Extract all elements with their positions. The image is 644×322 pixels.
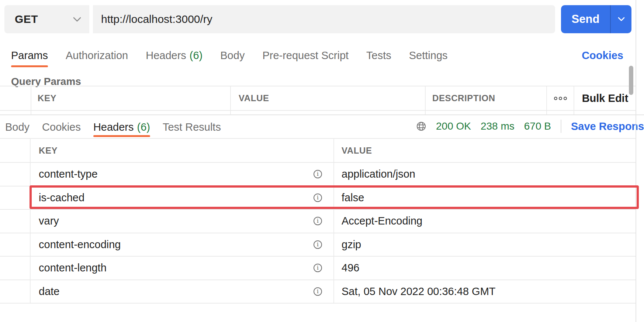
scrollbar-thumb[interactable] — [629, 66, 633, 95]
header-value: Accept-Encoding — [342, 215, 422, 227]
status-size: 670 B — [524, 120, 551, 132]
info-icon[interactable]: i — [314, 193, 322, 202]
headers-count-badge: (6) — [190, 49, 202, 62]
row-handle-cell — [0, 86, 31, 110]
response-status-bar: 200 OK 238 ms 670 B Save Response — [416, 117, 644, 135]
method-label: GET — [15, 13, 38, 25]
row-handle-cell — [0, 139, 31, 162]
response-tabs: Body Cookies Headers (6) Test Results — [5, 117, 221, 137]
active-tab-underline — [93, 135, 150, 137]
cookies-link[interactable]: Cookies — [582, 44, 623, 67]
header-row-date: date i Sat, 05 Nov 2022 00:36:48 GMT — [0, 280, 636, 304]
header-value: false — [342, 192, 364, 204]
header-value: gzip — [342, 239, 361, 251]
header-row-content-encoding: content-encoding i gzip — [0, 233, 636, 257]
response-tab-body[interactable]: Body — [5, 117, 30, 137]
tab-tests[interactable]: Tests — [366, 44, 391, 67]
response-tab-headers[interactable]: Headers (6) — [93, 117, 150, 137]
tab-authorization[interactable]: Authorization — [66, 44, 128, 67]
query-params-empty-row — [0, 111, 636, 114]
request-tabs: Params Authorization Headers (6) Body Pr… — [11, 44, 448, 67]
column-value: VALUE — [342, 145, 372, 156]
info-icon[interactable]: i — [314, 287, 322, 296]
header-value: 496 — [342, 262, 359, 274]
header-key: vary — [39, 215, 59, 227]
status-code: 200 OK — [436, 120, 471, 132]
column-key: KEY — [39, 145, 58, 156]
url-input[interactable] — [93, 5, 555, 33]
qp-column-value: VALUE — [239, 93, 269, 103]
tab-pre-request-script[interactable]: Pre-request Script — [262, 44, 349, 67]
header-row-content-length: content-length i 496 — [0, 257, 636, 280]
header-key: content-type — [39, 168, 98, 180]
header-value: Sat, 05 Nov 2022 00:36:48 GMT — [342, 285, 496, 298]
panel-right-border — [636, 0, 636, 322]
chevron-down-icon — [73, 17, 81, 22]
info-icon[interactable]: i — [314, 264, 322, 272]
api-client-window: GET Send Params Authorization Headers (6… — [0, 0, 644, 322]
tab-body[interactable]: Body — [220, 44, 245, 67]
header-key: content-encoding — [39, 239, 121, 251]
header-key: content-length — [39, 262, 107, 274]
header-key: date — [39, 285, 59, 298]
status-divider — [561, 120, 561, 133]
send-button-label: Send — [561, 5, 610, 33]
active-tab-underline — [11, 65, 48, 67]
query-params-header-row: KEY VALUE DESCRIPTION Bulk Edit — [0, 86, 636, 111]
response-table-header-row: KEY VALUE — [0, 139, 636, 163]
more-options-icon[interactable] — [554, 97, 567, 100]
response-headers-count-badge: (6) — [137, 121, 150, 133]
header-key: is-cached — [39, 192, 84, 204]
header-value: application/json — [342, 168, 415, 180]
response-headers-table: KEY VALUE content-type i application/jso… — [0, 138, 636, 304]
header-row-content-type: content-type i application/json — [0, 163, 636, 186]
bulk-edit-button[interactable]: Bulk Edit — [582, 92, 629, 105]
response-tab-cookies[interactable]: Cookies — [42, 117, 81, 137]
qp-column-description: DESCRIPTION — [432, 93, 495, 103]
tab-params[interactable]: Params — [11, 44, 48, 67]
tab-headers[interactable]: Headers (6) — [146, 44, 202, 67]
header-row-is-cached: is-cached i false — [0, 186, 636, 210]
status-time: 238 ms — [481, 120, 515, 132]
send-button[interactable]: Send — [561, 5, 631, 33]
response-tab-test-results[interactable]: Test Results — [163, 117, 221, 137]
info-icon[interactable]: i — [314, 217, 322, 225]
query-params-table: KEY VALUE DESCRIPTION Bulk Edit — [0, 86, 636, 114]
pane-divider — [0, 114, 644, 115]
method-select[interactable]: GET — [4, 5, 89, 33]
info-icon[interactable]: i — [314, 170, 322, 178]
save-response-button[interactable]: Save Response — [571, 120, 644, 133]
globe-icon — [416, 121, 426, 131]
header-row-vary: vary i Accept-Encoding — [0, 210, 636, 233]
tab-settings[interactable]: Settings — [409, 44, 448, 67]
send-options-chevron-icon[interactable] — [611, 5, 631, 33]
qp-column-key: KEY — [38, 93, 56, 103]
info-icon[interactable]: i — [314, 240, 322, 249]
